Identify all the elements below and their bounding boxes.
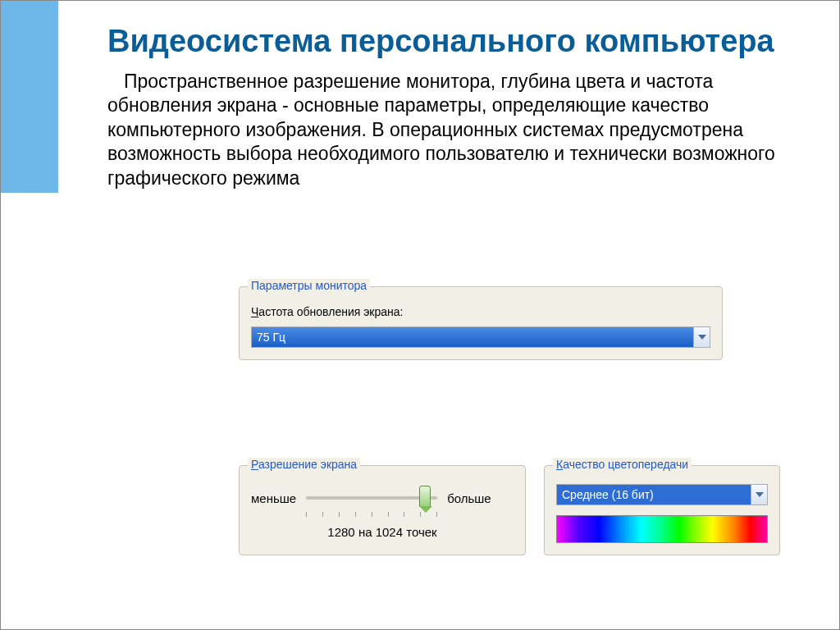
color-spectrum-bar: [556, 515, 768, 543]
slider-ticks: [306, 512, 437, 517]
dropdown-arrow-button[interactable]: [751, 485, 767, 504]
refresh-rate-value: 75 Гц: [252, 327, 693, 347]
page-title: Видеосистема персонального компьютера: [107, 25, 806, 58]
resolution-less-label: меньше: [251, 491, 296, 505]
groupbox-monitor-params: Параметры монитора Частота обновления эк…: [239, 286, 723, 360]
dropdown-arrow-button[interactable]: [693, 327, 710, 347]
color-quality-value: Среднее (16 бит): [557, 485, 751, 504]
groupbox-resolution-legend: Разрешение экрана: [248, 458, 360, 471]
slider-thumb[interactable]: [419, 486, 431, 507]
refresh-rate-dropdown[interactable]: 75 Гц: [251, 326, 710, 348]
intro-paragraph: Пространственное разрешение монитора, гл…: [107, 70, 806, 190]
color-quality-dropdown[interactable]: Среднее (16 бит): [556, 484, 768, 505]
resolution-more-label: больше: [447, 491, 491, 505]
resolution-slider[interactable]: [306, 487, 437, 509]
groupbox-monitor-legend: Параметры монитора: [248, 279, 370, 292]
refresh-rate-label: Частота обновления экрана:: [251, 305, 710, 318]
groupbox-quality-legend: Качество цветопередачи: [553, 458, 692, 471]
chevron-down-icon: [698, 335, 706, 340]
slider-groove: [306, 496, 437, 500]
resolution-value: 1280 на 1024 точек: [251, 525, 514, 539]
groupbox-resolution: Разрешение экрана меньше больше 1280 на …: [239, 465, 526, 555]
chevron-down-icon: [756, 492, 764, 497]
groupbox-color-quality: Качество цветопередачи Среднее (16 бит): [544, 465, 780, 555]
accent-bar: [1, 1, 58, 193]
slide-content: Видеосистема персонального компьютера Пр…: [107, 25, 806, 199]
